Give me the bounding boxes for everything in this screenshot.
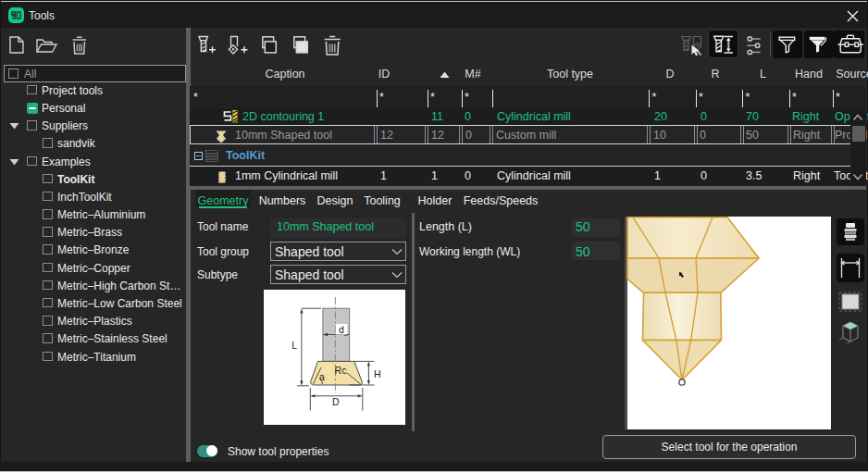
svg-text:a: a — [319, 371, 325, 382]
svg-text:D: D — [332, 396, 340, 407]
svg-text:d: d — [339, 324, 344, 335]
svg-text:L: L — [291, 340, 297, 351]
svg-text:Rc: Rc — [335, 365, 347, 376]
svg-text:H: H — [374, 368, 381, 379]
